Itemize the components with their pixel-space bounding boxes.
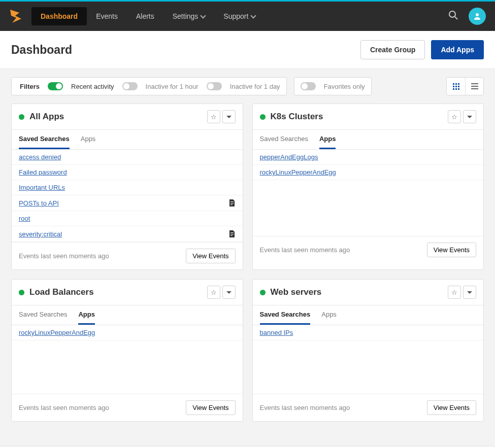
tab-saved-searches[interactable]: Saved Searches bbox=[19, 130, 70, 149]
add-apps-button[interactable]: Add Apps bbox=[431, 40, 484, 59]
favorite-button[interactable]: ☆ bbox=[448, 110, 461, 123]
favorite-button[interactable]: ☆ bbox=[207, 286, 220, 299]
card-footer-text: Events last seen moments ago bbox=[260, 404, 350, 411]
toggle-recent-activity[interactable] bbox=[48, 82, 63, 90]
list-item: pepperAndEggLogs bbox=[253, 150, 484, 165]
footer-bar: Log data transfer: 21.6 MB of 16 GB used… bbox=[0, 446, 495, 448]
search-link[interactable]: banned IPs bbox=[260, 329, 293, 336]
caret-down-icon bbox=[226, 291, 232, 294]
grid-view-button[interactable] bbox=[447, 78, 465, 95]
card-list: access denied Failed password Important … bbox=[12, 150, 243, 242]
search-link[interactable]: Failed password bbox=[19, 168, 67, 176]
list-view-button[interactable] bbox=[465, 78, 483, 95]
document-icon bbox=[228, 230, 236, 238]
svg-rect-4 bbox=[230, 203, 234, 203]
list-item: access denied bbox=[12, 150, 243, 165]
star-icon: ☆ bbox=[451, 113, 457, 121]
caret-down-icon bbox=[467, 291, 472, 294]
toggle-inactive-1d[interactable] bbox=[207, 82, 222, 90]
create-group-button[interactable]: Create Group bbox=[360, 40, 425, 59]
view-events-button[interactable]: View Events bbox=[186, 249, 235, 263]
list-item: banned IPs bbox=[253, 325, 484, 340]
label-inactive-1h: Inactive for 1 hour bbox=[146, 83, 199, 90]
search-link[interactable]: POSTs to API bbox=[19, 199, 59, 207]
card-footer-text: Events last seen moments ago bbox=[19, 252, 109, 260]
list-item: Failed password bbox=[12, 165, 243, 180]
card-title: Load Balancers bbox=[29, 287, 94, 297]
search-link[interactable]: root bbox=[19, 215, 30, 222]
search-link[interactable]: pepperAndEggLogs bbox=[260, 153, 318, 161]
tab-apps[interactable]: Apps bbox=[321, 305, 337, 325]
card-list: rockyLinuxPepperAndEgg bbox=[12, 325, 243, 394]
search-link[interactable]: rockyLinuxPepperAndEgg bbox=[260, 168, 336, 176]
search-link[interactable]: rockyLinuxPepperAndEgg bbox=[19, 329, 95, 336]
filter-bar: Filters Recent activity Inactive for 1 h… bbox=[0, 69, 495, 104]
status-dot bbox=[260, 290, 266, 295]
tab-apps[interactable]: Apps bbox=[319, 130, 336, 149]
page-title: Dashboard bbox=[11, 43, 72, 57]
search-link[interactable]: severity:critical bbox=[19, 230, 62, 238]
view-events-button[interactable]: View Events bbox=[427, 400, 476, 415]
label-favorites: Favorites only bbox=[324, 83, 365, 90]
card-list: banned IPs bbox=[253, 325, 484, 394]
list-item: rockyLinuxPepperAndEgg bbox=[12, 325, 243, 340]
nav-dashboard[interactable]: Dashboard bbox=[31, 7, 87, 25]
label-inactive-1d: Inactive for 1 day bbox=[230, 83, 280, 90]
nav-settings[interactable]: Settings bbox=[163, 7, 215, 25]
card-title: K8s Clusters bbox=[271, 112, 323, 122]
caret-down-icon bbox=[467, 116, 472, 118]
search-link[interactable]: Important URLs bbox=[19, 184, 65, 191]
nav-alerts[interactable]: Alerts bbox=[127, 7, 163, 25]
svg-line-1 bbox=[455, 17, 457, 19]
chevron-down-icon bbox=[251, 13, 256, 18]
favorite-button[interactable]: ☆ bbox=[207, 110, 220, 123]
svg-point-2 bbox=[476, 13, 479, 16]
card-footer-text: Events last seen moments ago bbox=[260, 246, 350, 254]
svg-rect-5 bbox=[230, 204, 233, 205]
nav-events[interactable]: Events bbox=[87, 7, 127, 25]
card-menu-button[interactable] bbox=[222, 110, 236, 123]
user-avatar[interactable] bbox=[469, 8, 486, 25]
view-switch bbox=[446, 77, 484, 95]
nav-support[interactable]: Support bbox=[214, 7, 265, 25]
list-item: severity:critical bbox=[12, 226, 243, 242]
tab-apps[interactable]: Apps bbox=[81, 130, 96, 149]
toggle-favorites[interactable] bbox=[301, 82, 316, 90]
view-events-button[interactable]: View Events bbox=[427, 243, 476, 257]
status-dot bbox=[19, 290, 24, 295]
search-icon[interactable] bbox=[448, 10, 458, 23]
card-menu-button[interactable] bbox=[463, 286, 476, 299]
tab-saved-searches[interactable]: Saved Searches bbox=[260, 130, 308, 149]
search-link[interactable]: access denied bbox=[19, 153, 61, 161]
app-card: Web servers ☆ Saved Searches Apps banned… bbox=[252, 279, 484, 422]
card-title: Web servers bbox=[271, 287, 322, 297]
list-item: rockyLinuxPepperAndEgg bbox=[253, 165, 484, 180]
chevron-down-icon bbox=[201, 13, 206, 18]
svg-rect-7 bbox=[230, 234, 234, 234]
svg-rect-6 bbox=[230, 232, 234, 233]
caret-down-icon bbox=[226, 116, 232, 118]
card-menu-button[interactable] bbox=[222, 286, 236, 299]
top-nav: Dashboard Events Alerts Settings Support bbox=[0, 2, 495, 31]
app-card: K8s Clusters ☆ Saved Searches Apps peppe… bbox=[252, 104, 484, 270]
toggle-inactive-1h[interactable] bbox=[122, 82, 138, 90]
filters-label: Filters bbox=[20, 83, 40, 90]
tab-saved-searches[interactable]: Saved Searches bbox=[19, 305, 67, 325]
status-dot bbox=[19, 114, 24, 120]
tab-saved-searches[interactable]: Saved Searches bbox=[260, 305, 311, 325]
list-item: Important URLs bbox=[12, 180, 243, 195]
card-menu-button[interactable] bbox=[463, 110, 476, 123]
star-icon: ☆ bbox=[211, 113, 217, 121]
svg-rect-8 bbox=[230, 235, 233, 236]
tab-apps[interactable]: Apps bbox=[78, 305, 95, 325]
view-events-button[interactable]: View Events bbox=[186, 400, 235, 415]
label-recent-activity: Recent activity bbox=[71, 83, 114, 90]
cards-grid: All Apps ☆ Saved Searches Apps access de… bbox=[0, 104, 495, 433]
favorite-button[interactable]: ☆ bbox=[448, 286, 461, 299]
document-icon bbox=[228, 199, 236, 207]
brand-logo bbox=[9, 9, 22, 24]
list-item: root bbox=[12, 211, 243, 226]
star-icon: ☆ bbox=[451, 289, 457, 296]
list-item: POSTs to API bbox=[12, 195, 243, 211]
list-icon bbox=[471, 83, 478, 89]
